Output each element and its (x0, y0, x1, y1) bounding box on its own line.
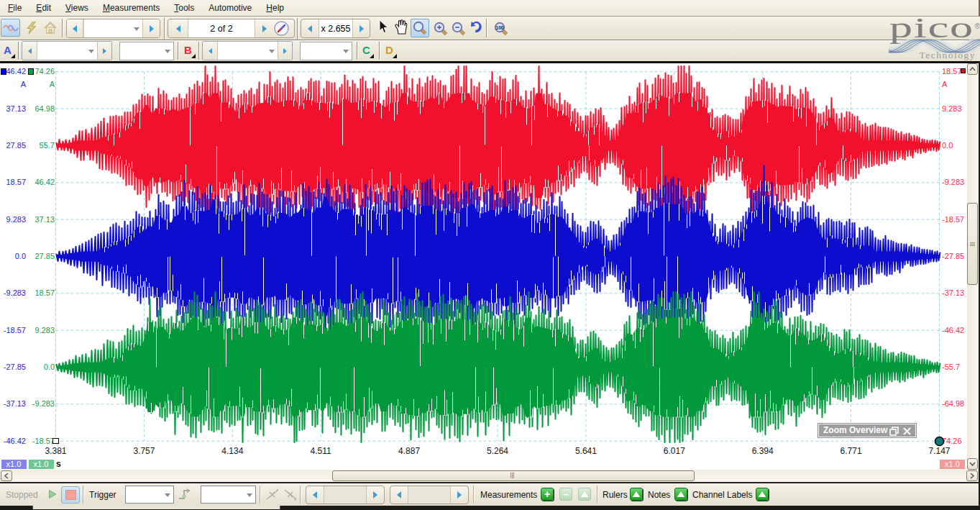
svg-text:100: 100 (496, 24, 504, 29)
